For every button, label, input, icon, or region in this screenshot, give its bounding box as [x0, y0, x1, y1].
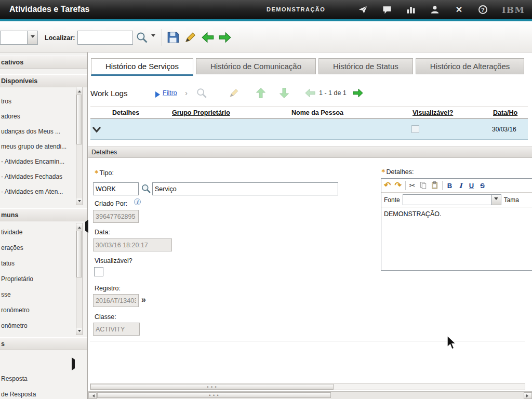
copy-icon[interactable]: [419, 181, 427, 190]
sidebar-item[interactable]: - Atividades Encamin...: [1, 156, 64, 167]
search-icon[interactable]: [136, 31, 148, 44]
column-visualizavel[interactable]: Visualizável?: [413, 109, 453, 116]
sidebar-item[interactable]: - Atividades em Aten...: [1, 187, 63, 197]
filter-link[interactable]: Filtro: [163, 89, 177, 97]
info-icon[interactable]: i: [134, 198, 141, 205]
sidebar-item[interactable]: tividade: [1, 227, 22, 237]
tab-bar: Histórico de Serviços Histórico de Comun…: [91, 58, 524, 76]
column-data-hora[interactable]: Data/Ho: [493, 109, 517, 116]
italic-icon[interactable]: I: [457, 182, 464, 190]
scrollbar-thumb[interactable]: [76, 95, 82, 144]
move-up-icon[interactable]: [255, 87, 267, 99]
chevron-down-icon[interactable]: [491, 195, 501, 205]
scroll-up-icon[interactable]: [76, 87, 82, 94]
tipo-lookup-icon[interactable]: [141, 183, 151, 194]
scroll-down-icon[interactable]: [76, 328, 82, 335]
strikethrough-icon[interactable]: S: [479, 182, 486, 190]
paste-icon[interactable]: [431, 181, 438, 190]
sidebar-item[interactable]: meus grupo de atendi...: [1, 141, 66, 152]
chat-icon[interactable]: [382, 5, 392, 15]
sidebar-section-s[interactable]: s: [0, 337, 87, 350]
help-icon[interactable]: ?: [478, 5, 488, 15]
next-record-icon[interactable]: [218, 31, 232, 44]
editor-separator: [442, 181, 443, 190]
editor-content[interactable]: DEMONSTRAÇÃO.: [381, 207, 532, 221]
close-icon[interactable]: ✕: [454, 5, 464, 15]
sidebar-item[interactable]: udanças dos Meus ...: [1, 126, 60, 137]
localizar-label: Localizar:: [45, 34, 75, 42]
editor-toolbar-font: Fonte Tama: [381, 193, 532, 207]
sidebar-section-comuns[interactable]: muns: [0, 208, 87, 221]
page-previous-icon[interactable]: [304, 87, 316, 99]
scroll-down-icon[interactable]: [76, 198, 82, 205]
sidebar-scrollbar-1[interactable]: [76, 87, 83, 205]
submenu-arrow-icon[interactable]: [72, 360, 77, 369]
sidebar-item[interactable]: de Resposta: [1, 389, 36, 399]
column-grupo-proprietario[interactable]: Grupo Proprietário: [172, 109, 230, 116]
sidebar-item[interactable]: Resposta: [1, 374, 28, 384]
localizar-input[interactable]: [77, 31, 133, 45]
visualizavel-checkbox[interactable]: [94, 267, 103, 276]
sidebar-item[interactable]: ronômetro: [1, 305, 30, 315]
registro-detail-menu-icon[interactable]: »: [141, 295, 146, 304]
tab-historico-comunicacao[interactable]: Histórico de Comunicação: [196, 58, 316, 74]
underline-icon[interactable]: U: [468, 182, 475, 190]
fonte-label: Fonte: [384, 196, 400, 204]
bar-chart-icon[interactable]: [406, 5, 416, 15]
previous-record-icon[interactable]: [201, 31, 215, 44]
tab-historico-alteracoes[interactable]: Histórico de Alterações: [416, 58, 524, 74]
move-down-icon[interactable]: [278, 87, 290, 99]
scroll-left-icon[interactable]: [88, 392, 97, 399]
table-row[interactable]: 30/03/16: [90, 119, 528, 140]
environment-label: DEMONSTRAÇÃO: [267, 6, 325, 12]
scrollbar-thumb[interactable]: • • •: [97, 392, 331, 398]
edit-row-icon[interactable]: [228, 87, 240, 99]
tab-historico-status[interactable]: Histórico de Status: [318, 58, 413, 74]
registro-label: Registro:: [95, 285, 121, 292]
send-icon[interactable]: [358, 5, 368, 15]
sidebar-item[interactable]: tatus: [1, 258, 15, 269]
fonte-select[interactable]: [403, 194, 501, 205]
scrollbar-thumb[interactable]: • • •: [90, 384, 334, 390]
filter-triangle-icon[interactable]: [155, 90, 161, 100]
sidebar-scrollbar-2[interactable]: [76, 223, 83, 335]
edit-pencil-icon[interactable]: [183, 31, 197, 44]
sidebar-item[interactable]: adores: [1, 111, 20, 122]
inner-horizontal-scrollbar[interactable]: • • •: [90, 383, 525, 390]
redo-icon[interactable]: ↷: [394, 181, 401, 190]
sidebar-item[interactable]: erações: [1, 243, 23, 253]
sidebar-section-aplicativos[interactable]: cativos: [0, 56, 87, 69]
row-expand-icon[interactable]: [92, 126, 101, 135]
registro-field: [93, 294, 139, 307]
page-title: Atividades e Tarefas: [9, 5, 89, 14]
tipo-descricao-input[interactable]: [152, 182, 338, 195]
sidebar-item[interactable]: - Atividades Fechadas: [1, 171, 62, 182]
pagination-label: 1 - 1 de 1: [319, 89, 347, 97]
bold-icon[interactable]: B: [446, 182, 454, 190]
record-select[interactable]: [0, 31, 38, 45]
tipo-input[interactable]: [93, 182, 139, 195]
page-next-icon[interactable]: [352, 87, 364, 99]
scrollbar-thumb[interactable]: [76, 231, 82, 277]
tab-historico-servicos[interactable]: Histórico de Serviços: [91, 58, 193, 76]
outer-horizontal-scrollbar[interactable]: • • •: [88, 391, 532, 399]
user-icon[interactable]: [430, 5, 440, 15]
undo-icon[interactable]: ↶: [384, 181, 391, 190]
scroll-right-icon[interactable]: [524, 392, 532, 399]
scroll-up-icon[interactable]: [76, 223, 82, 230]
save-icon[interactable]: [166, 31, 180, 44]
classe-label: Classe:: [95, 313, 116, 321]
editor-separator: [405, 181, 406, 190]
tamanho-label: Tama: [504, 196, 519, 204]
sidebar-item[interactable]: tros: [1, 96, 11, 107]
sidebar-item[interactable]: Proprietário: [1, 274, 33, 284]
search-dropdown-icon[interactable]: [151, 37, 155, 46]
sidebar-section-disponiveis[interactable]: Disponíveis: [0, 74, 87, 87]
details-section-header: Detalhes: [88, 147, 532, 158]
select-dropdown-button[interactable]: [27, 31, 37, 44]
filter-search-icon[interactable]: [196, 87, 207, 99]
cut-icon[interactable]: ✂: [409, 182, 416, 189]
row-date: 30/03/16: [492, 126, 516, 133]
sidebar-item[interactable]: sse: [1, 289, 11, 300]
sidebar-item[interactable]: onômetro: [1, 321, 28, 331]
